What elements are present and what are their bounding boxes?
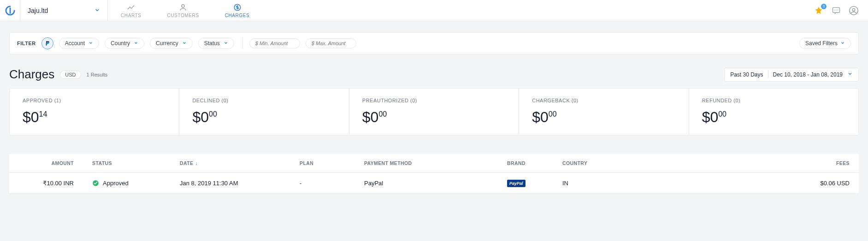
- chevron-down-icon: [840, 40, 845, 47]
- logo-icon: [5, 6, 15, 16]
- paypal-icon: [44, 40, 51, 47]
- page-title: Charges: [9, 67, 54, 82]
- table-row[interactable]: ₹10.00 INR Approved Jan 8, 2019 11:30 AM…: [9, 173, 859, 194]
- cell-status: Approved: [83, 173, 171, 194]
- svg-point-0: [182, 5, 184, 7]
- cell-payment-method: PayPal: [355, 173, 498, 194]
- svg-point-7: [852, 8, 855, 11]
- stat-label: PREAUTHORIZED (0): [362, 98, 506, 103]
- stat-declined[interactable]: DECLINED (0) $000: [179, 88, 349, 135]
- filter-pill-label: Status: [204, 40, 220, 47]
- stat-refunded[interactable]: REFUNDED (0) $000: [689, 88, 858, 135]
- cell-plan: -: [290, 173, 355, 194]
- col-country[interactable]: COUNTRY: [553, 154, 682, 173]
- sort-desc-icon: ↓: [195, 160, 198, 166]
- feedback-button[interactable]: [831, 6, 841, 16]
- organization-selector[interactable]: Jaju.ltd: [20, 0, 108, 21]
- stat-approved[interactable]: APPROVED (1) $014: [10, 88, 179, 135]
- chevron-down-icon: [134, 40, 138, 47]
- filter-pill-label: Account: [65, 40, 85, 47]
- paypal-filter-toggle[interactable]: [41, 37, 53, 49]
- svg-point-4: [836, 9, 837, 10]
- cell-amount: ₹10.00 INR: [9, 173, 83, 194]
- filter-pill-label: Currency: [156, 40, 178, 47]
- nav-tab-charges[interactable]: CHARGES: [221, 0, 254, 21]
- filter-currency[interactable]: Currency: [150, 38, 193, 49]
- summary-stats: APPROVED (1) $014 DECLINED (0) $000 PREA…: [9, 88, 859, 135]
- col-amount[interactable]: AMOUNT: [9, 154, 83, 173]
- currency-badge[interactable]: USD: [60, 71, 81, 79]
- charts-icon: [127, 3, 135, 12]
- organization-name: Jaju.ltd: [28, 7, 48, 14]
- stat-value: $000: [532, 109, 675, 126]
- col-fees[interactable]: FEES: [682, 154, 859, 173]
- filter-heading: FILTER: [17, 41, 36, 46]
- col-date[interactable]: DATE↓: [171, 154, 290, 173]
- chat-icon: [832, 6, 841, 15]
- filter-right: Saved Filters: [799, 38, 851, 49]
- stat-label: REFUNDED (0): [702, 98, 845, 103]
- page-content: FILTER Account Country Currency Status: [0, 21, 868, 212]
- col-brand[interactable]: BRAND: [498, 154, 553, 173]
- page-header-row: Charges USD 1 Results Past 30 Days Dec 1…: [9, 67, 859, 82]
- results-count: 1 Results: [87, 72, 108, 77]
- table-header-row: AMOUNT STATUS DATE↓ PLAN PAYMENT METHOD …: [9, 154, 859, 173]
- svg-point-5: [838, 9, 838, 10]
- saved-filters-label: Saved Filters: [805, 40, 838, 47]
- account-menu[interactable]: [849, 6, 859, 16]
- cell-brand: PayPal: [498, 173, 553, 194]
- chevron-down-icon: [182, 40, 187, 47]
- stat-preauthorized[interactable]: PREAUTHORIZED (0) $000: [349, 88, 519, 135]
- charges-icon: [233, 3, 242, 12]
- date-range-label: Dec 10, 2018 - Jan 08, 2019: [773, 71, 843, 78]
- stat-label: DECLINED (0): [192, 98, 336, 103]
- notification-count: 3: [821, 4, 827, 9]
- status-text: Approved: [103, 180, 129, 187]
- svg-point-3: [834, 9, 835, 10]
- user-circle-icon: [849, 6, 859, 16]
- brand-badge: PayPal: [507, 180, 526, 187]
- notifications-star[interactable]: 3: [814, 6, 824, 16]
- stat-value: $000: [192, 109, 336, 126]
- col-status[interactable]: STATUS: [83, 154, 171, 173]
- cell-fees: $0.06 USD: [682, 173, 859, 194]
- max-amount-input[interactable]: [306, 38, 356, 48]
- nav-tab-label: CHARTS: [121, 13, 142, 18]
- nav-utilities: 3: [814, 0, 868, 21]
- cell-country: IN: [553, 173, 682, 194]
- customers-icon: [179, 3, 187, 12]
- filter-pill-label: Country: [111, 40, 130, 47]
- divider: [242, 38, 243, 49]
- chevron-down-icon: [94, 7, 100, 14]
- stat-chargeback[interactable]: CHARGEBACK (0) $000: [519, 88, 689, 135]
- col-plan[interactable]: PLAN: [290, 154, 355, 173]
- filter-account[interactable]: Account: [59, 38, 99, 49]
- nav-tab-label: CUSTOMERS: [167, 13, 199, 18]
- saved-filters-button[interactable]: Saved Filters: [799, 38, 851, 49]
- filter-country[interactable]: Country: [105, 38, 144, 49]
- nav-tab-label: CHARGES: [225, 13, 250, 18]
- date-range-picker[interactable]: Past 30 Days Dec 10, 2018 - Jan 08, 2019: [724, 68, 859, 82]
- check-circle-icon: [92, 180, 99, 187]
- chevron-down-icon: [224, 40, 228, 47]
- date-preset-label: Past 30 Days: [730, 71, 763, 78]
- nav-tabs: CHARTS CUSTOMERS CHARGES: [108, 0, 253, 21]
- chevron-down-icon: [847, 71, 853, 78]
- nav-tab-charts[interactable]: CHARTS: [117, 0, 145, 21]
- chevron-down-icon: [89, 40, 93, 47]
- top-navigation: Jaju.ltd CHARTS CUSTOMERS CHARGES 3: [0, 0, 868, 21]
- svg-point-6: [850, 6, 858, 14]
- min-amount-input[interactable]: [249, 38, 300, 48]
- nav-tab-customers[interactable]: CUSTOMERS: [164, 0, 203, 21]
- cell-date: Jan 8, 2019 11:30 AM: [171, 173, 290, 194]
- filter-status[interactable]: Status: [198, 38, 234, 49]
- stat-value: $014: [23, 109, 166, 126]
- charges-table-container: AMOUNT STATUS DATE↓ PLAN PAYMENT METHOD …: [9, 154, 859, 194]
- stat-label: APPROVED (1): [23, 98, 166, 103]
- app-logo[interactable]: [0, 0, 20, 21]
- col-payment-method[interactable]: PAYMENT METHOD: [355, 154, 498, 173]
- filter-bar: FILTER Account Country Currency Status: [9, 32, 859, 54]
- stat-label: CHARGEBACK (0): [532, 98, 675, 103]
- title-left: Charges USD 1 Results: [9, 67, 107, 82]
- stat-value: $000: [362, 109, 506, 126]
